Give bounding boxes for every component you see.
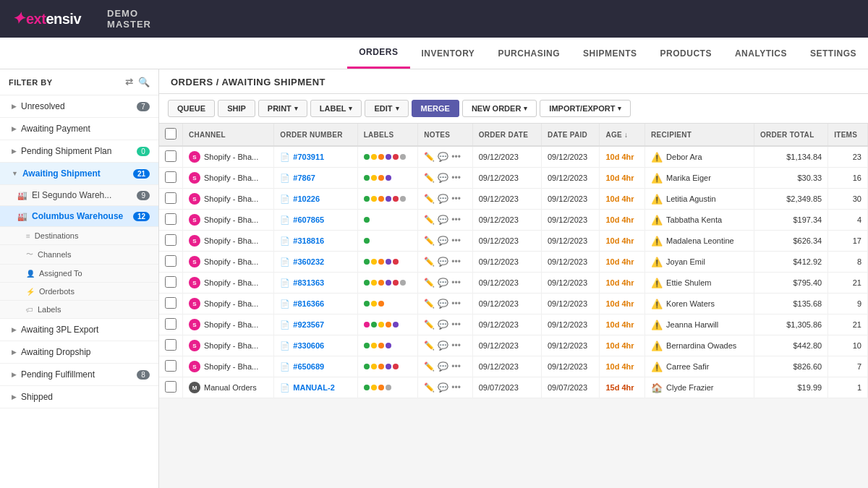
nav-item-inventory[interactable]: INVENTORY xyxy=(410,38,487,69)
edit-icon[interactable]: ✏️ xyxy=(424,236,435,246)
row-checkbox[interactable] xyxy=(165,255,176,267)
row-checkbox[interactable] xyxy=(165,171,176,183)
col-age[interactable]: AGE ↓ xyxy=(600,124,645,146)
order-link[interactable]: MANUAL-2 xyxy=(293,383,334,392)
sidebar-item-awaiting-dropship[interactable]: ▶ Awaiting Dropship xyxy=(0,341,158,364)
nav-item-purchasing[interactable]: PURCHASING xyxy=(486,38,571,69)
sidebar-sub-columbus[interactable]: 🏭 Columbus Warehouse 12 xyxy=(0,206,158,227)
more-icon[interactable]: ••• xyxy=(451,173,461,183)
sub-filter-destinations[interactable]: ≡ Destinations xyxy=(0,227,158,245)
comment-icon[interactable]: 💬 xyxy=(438,299,448,309)
order-link[interactable]: #607865 xyxy=(293,215,324,224)
nav-item-orders[interactable]: ORDERS xyxy=(347,38,409,69)
sidebar-item-awaiting-3pl[interactable]: ▶ Awaiting 3PL Export xyxy=(0,319,158,341)
edit-icon[interactable]: ✏️ xyxy=(424,215,435,225)
more-icon[interactable]: ••• xyxy=(451,361,461,372)
comment-icon[interactable]: 💬 xyxy=(438,152,448,162)
col-channel[interactable]: CHANNEL xyxy=(183,124,274,146)
row-checkbox[interactable] xyxy=(165,318,176,330)
edit-icon[interactable]: ✏️ xyxy=(424,152,435,162)
more-icon[interactable]: ••• xyxy=(451,341,461,351)
collapse-icon[interactable]: ⇄ xyxy=(125,77,134,87)
sidebar-item-shipped[interactable]: ▶ Shipped xyxy=(0,386,158,408)
new-order-button[interactable]: NEW ORDER ▾ xyxy=(462,100,537,117)
comment-icon[interactable]: 💬 xyxy=(438,173,448,183)
label-button[interactable]: LABEL ▾ xyxy=(310,100,362,117)
edit-icon[interactable]: ✏️ xyxy=(424,361,435,372)
nav-item-settings[interactable]: SETTINGS xyxy=(799,38,868,69)
order-link[interactable]: #10226 xyxy=(293,194,320,203)
row-checkbox[interactable] xyxy=(165,360,176,372)
print-button[interactable]: PRINT ▾ xyxy=(258,100,307,117)
edit-icon[interactable]: ✏️ xyxy=(424,382,435,393)
col-date-paid[interactable]: DATE PAID xyxy=(542,124,600,146)
more-icon[interactable]: ••• xyxy=(451,236,461,246)
order-link[interactable]: #318816 xyxy=(293,236,324,245)
comment-icon[interactable]: 💬 xyxy=(438,215,448,225)
comment-icon[interactable]: 💬 xyxy=(438,194,448,204)
search-icon[interactable]: 🔍 xyxy=(138,77,150,87)
row-checkbox[interactable] xyxy=(165,234,176,246)
order-link[interactable]: #330606 xyxy=(293,341,324,350)
queue-button[interactable]: QUEUE xyxy=(168,100,215,117)
edit-icon[interactable]: ✏️ xyxy=(424,341,435,351)
order-link[interactable]: #703911 xyxy=(293,153,324,161)
comment-icon[interactable]: 💬 xyxy=(438,278,448,288)
row-checkbox[interactable] xyxy=(165,381,176,393)
comment-icon[interactable]: 💬 xyxy=(438,320,448,330)
comment-icon[interactable]: 💬 xyxy=(438,382,448,393)
edit-button[interactable]: EDIT ▾ xyxy=(365,100,408,117)
sub-filter-labels[interactable]: 🏷 Labels xyxy=(0,301,158,319)
col-labels[interactable]: LABELS xyxy=(357,124,418,146)
edit-icon[interactable]: ✏️ xyxy=(424,257,435,267)
col-order-number[interactable]: ORDER NUMBER xyxy=(274,124,357,146)
edit-icon[interactable]: ✏️ xyxy=(424,173,435,183)
more-icon[interactable]: ••• xyxy=(451,257,461,267)
row-checkbox[interactable] xyxy=(165,339,176,351)
sidebar-item-pending-fulfillment[interactable]: ▶ Pending Fulfillment 8 xyxy=(0,364,158,386)
edit-icon[interactable]: ✏️ xyxy=(424,278,435,288)
col-notes[interactable]: NOTES xyxy=(418,124,472,146)
col-order-total[interactable]: ORDER TOTAL xyxy=(754,124,827,146)
sidebar-item-unresolved[interactable]: ▶ Unresolved 7 xyxy=(0,95,158,118)
ship-button[interactable]: SHIP xyxy=(218,100,255,117)
order-link[interactable]: #923567 xyxy=(293,320,324,329)
sub-filter-channels[interactable]: 〜 Channels xyxy=(0,245,158,265)
sidebar-item-awaiting-shipment[interactable]: ▼ Awaiting Shipment 21 xyxy=(0,163,158,185)
comment-icon[interactable]: 💬 xyxy=(438,236,448,246)
nav-item-analytics[interactable]: ANALYTICS xyxy=(723,38,799,69)
comment-icon[interactable]: 💬 xyxy=(438,341,448,351)
comment-icon[interactable]: 💬 xyxy=(438,361,448,372)
comment-icon[interactable]: 💬 xyxy=(438,257,448,267)
row-checkbox[interactable] xyxy=(165,276,176,288)
edit-icon[interactable]: ✏️ xyxy=(424,299,435,309)
import-export-button[interactable]: IMPORT/EXPORT ▾ xyxy=(540,100,631,117)
more-icon[interactable]: ••• xyxy=(451,215,461,225)
order-link[interactable]: #650689 xyxy=(293,362,324,371)
order-link[interactable]: #7867 xyxy=(293,174,315,182)
sub-filter-assigned-to[interactable]: 👤 Assigned To xyxy=(0,265,158,283)
more-icon[interactable]: ••• xyxy=(451,299,461,309)
sub-filter-orderbots[interactable]: ⚡ Orderbots xyxy=(0,283,158,301)
edit-icon[interactable]: ✏️ xyxy=(424,320,435,330)
col-recipient[interactable]: RECIPIENT xyxy=(645,124,754,146)
more-icon[interactable]: ••• xyxy=(451,278,461,288)
col-items[interactable]: ITEMS xyxy=(828,124,868,146)
order-link[interactable]: #831363 xyxy=(293,278,324,287)
edit-icon[interactable]: ✏️ xyxy=(424,194,435,204)
sidebar-item-pending-shipment[interactable]: ▶ Pending Shipment Plan 0 xyxy=(0,140,158,163)
more-icon[interactable]: ••• xyxy=(451,152,461,162)
col-order-date[interactable]: ORDER DATE xyxy=(472,124,541,146)
sidebar-sub-el-segundo[interactable]: 🏭 El Segundo Wareh... 9 xyxy=(0,185,158,206)
row-checkbox[interactable] xyxy=(165,213,176,225)
nav-item-products[interactable]: PRODUCTS xyxy=(649,38,723,69)
select-all-checkbox[interactable] xyxy=(165,128,176,140)
row-checkbox[interactable] xyxy=(165,297,176,309)
order-link[interactable]: #360232 xyxy=(293,257,324,266)
more-icon[interactable]: ••• xyxy=(451,194,461,204)
sidebar-item-awaiting-payment[interactable]: ▶ Awaiting Payment xyxy=(0,118,158,140)
more-icon[interactable]: ••• xyxy=(451,382,461,393)
nav-item-shipments[interactable]: SHIPMENTS xyxy=(571,38,649,69)
row-checkbox[interactable] xyxy=(165,150,176,162)
order-link[interactable]: #816366 xyxy=(293,299,324,308)
